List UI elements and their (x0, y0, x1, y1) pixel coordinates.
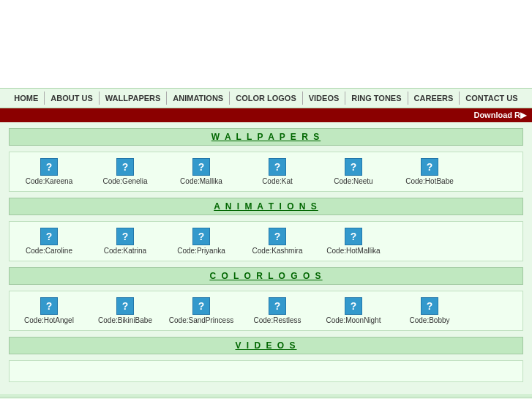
animation-label-0: Code:Caroline (26, 247, 72, 255)
wallpaper-label-0: Code:Kareena (26, 177, 73, 185)
colorlogo-item-1[interactable]: ? Code:BikiniBabe (89, 297, 162, 324)
colorlogo-label-4: Code:MoonNight (326, 316, 381, 324)
wallpaper-icon-3: ? (269, 158, 286, 176)
colorlogo-label-3: Code:Restless (253, 316, 301, 324)
colorlogos-content: ? Code:HotAngel ? Code:BikiniBabe ? Code… (9, 291, 523, 331)
colorlogo-icon-0: ? (40, 297, 58, 315)
wallpaper-label-4: Code:Neetu (334, 177, 372, 185)
wallpaper-item-0[interactable]: ? Code:Kareena (12, 158, 86, 185)
animations-items: ? Code:Caroline ? Code:Katrina ? Code:Pr… (12, 228, 520, 255)
wallpaper-label-2: Code:Mallika (180, 177, 222, 185)
top-banner (0, 0, 532, 88)
animation-icon-0: ? (40, 228, 58, 245)
videos-content (9, 360, 523, 382)
wallpaper-label-5: Code:HotBabe (405, 177, 454, 185)
colorlogo-item-5[interactable]: ? Code:Bobby (393, 297, 466, 324)
wallpaper-icon-0: ? (40, 158, 58, 176)
colorlogo-label-5: Code:Bobby (409, 316, 449, 324)
wallpapers-content: ? Code:Kareena ? Code:Genelia ? Code:Mal… (9, 152, 523, 192)
animation-label-2: Code:Priyanka (177, 247, 225, 255)
videos-title: V I D E O S (235, 340, 296, 351)
animations-section: A N I M A T I O N S ? Code:Caroline ? Co… (9, 198, 523, 261)
videos-header[interactable]: V I D E O S (9, 337, 523, 354)
colorlogo-icon-2: ? (192, 297, 210, 315)
animation-item-3[interactable]: ? Code:Kashmira (241, 228, 314, 255)
animation-label-4: Code:HotMallika (326, 247, 380, 255)
animations-header[interactable]: A N I M A T I O N S (9, 198, 523, 215)
nav-about[interactable]: ABOUT US (45, 92, 99, 105)
colorlogo-icon-3: ? (269, 297, 286, 315)
nav-animations[interactable]: ANIMATIONS (167, 92, 230, 105)
wallpaper-icon-1: ? (116, 158, 134, 176)
colorlogo-item-4[interactable]: ? Code:MoonNight (317, 297, 390, 324)
nav-careers[interactable]: CAREERS (408, 92, 460, 105)
animations-title: A N I M A T I O N S (214, 201, 318, 212)
wallpaper-item-2[interactable]: ? Code:Mallika (165, 158, 238, 185)
wallpaper-label-1: Code:Genelia (102, 177, 147, 185)
colorlogo-label-2: Code:SandPrincess (169, 316, 233, 324)
nav-wallpapers[interactable]: WALLPAPERS (100, 92, 168, 105)
animation-icon-4: ? (345, 228, 362, 245)
colorlogo-item-2[interactable]: ? Code:SandPrincess (165, 297, 238, 324)
colorlogos-section: C O L O R L O G O S ? Code:HotAngel ? Co… (9, 267, 523, 331)
animations-content: ? Code:Caroline ? Code:Katrina ? Code:Pr… (9, 221, 523, 261)
colorlogos-items: ? Code:HotAngel ? Code:BikiniBabe ? Code… (12, 297, 520, 324)
wallpaper-icon-2: ? (192, 158, 210, 176)
colorlogo-item-3[interactable]: ? Code:Restless (241, 297, 314, 324)
animation-item-2[interactable]: ? Code:Priyanka (165, 228, 238, 255)
wallpaper-item-4[interactable]: ? Code:Neetu (317, 158, 390, 185)
wallpaper-icon-4: ? (345, 158, 362, 176)
wallpapers-items: ? Code:Kareena ? Code:Genelia ? Code:Mal… (12, 158, 520, 185)
animation-item-0[interactable]: ? Code:Caroline (12, 228, 86, 255)
navigation-bar: HOME ABOUT US WALLPAPERS ANIMATIONS COLO… (0, 88, 532, 108)
main-content: W A L L P A P E R S ? Code:Kareena ? Cod… (0, 122, 532, 394)
animation-icon-2: ? (192, 228, 210, 245)
wallpaper-item-1[interactable]: ? Code:Genelia (89, 158, 162, 185)
nav-videos[interactable]: VIDEOS (303, 92, 346, 105)
animation-item-1[interactable]: ? Code:Katrina (89, 228, 162, 255)
animation-label-1: Code:Katrina (104, 247, 146, 255)
wallpaper-item-3[interactable]: ? Code:Kat (241, 158, 314, 185)
nav-colorlogos[interactable]: COLOR LOGOS (230, 92, 303, 105)
wallpaper-label-3: Code:Kat (262, 177, 293, 185)
nav-ringtones[interactable]: RING TONES (345, 92, 408, 105)
colorlogo-label-0: Code:HotAngel (24, 316, 74, 324)
videos-section: V I D E O S (9, 337, 523, 382)
wallpaper-item-5[interactable]: ? Code:HotBabe (393, 158, 466, 185)
nav-home[interactable]: HOME (8, 92, 45, 105)
animation-label-3: Code:Kashmira (252, 247, 303, 255)
wallpapers-title: W A L L P A P E R S (211, 132, 321, 142)
animation-icon-3: ? (269, 228, 286, 245)
wallpaper-icon-5: ? (421, 158, 438, 176)
nav-contact[interactable]: CONTACT US (460, 92, 523, 105)
colorlogo-icon-1: ? (116, 297, 134, 315)
animation-icon-1: ? (116, 228, 134, 245)
download-bar: Download R▶ (0, 108, 532, 122)
animation-item-4[interactable]: ? Code:HotMallika (317, 228, 390, 255)
wallpapers-section: W A L L P A P E R S ? Code:Kareena ? Cod… (9, 128, 523, 192)
download-text: Download R▶ (473, 111, 526, 119)
colorlogo-icon-5: ? (421, 297, 438, 315)
wallpapers-header[interactable]: W A L L P A P E R S (9, 128, 523, 146)
colorlogo-icon-4: ? (345, 297, 362, 315)
colorlogo-item-0[interactable]: ? Code:HotAngel (12, 297, 86, 324)
colorlogo-label-1: Code:BikiniBabe (98, 316, 152, 324)
colorlogos-title: C O L O R L O G O S (209, 271, 322, 281)
colorlogos-header[interactable]: C O L O R L O G O S (9, 267, 523, 285)
